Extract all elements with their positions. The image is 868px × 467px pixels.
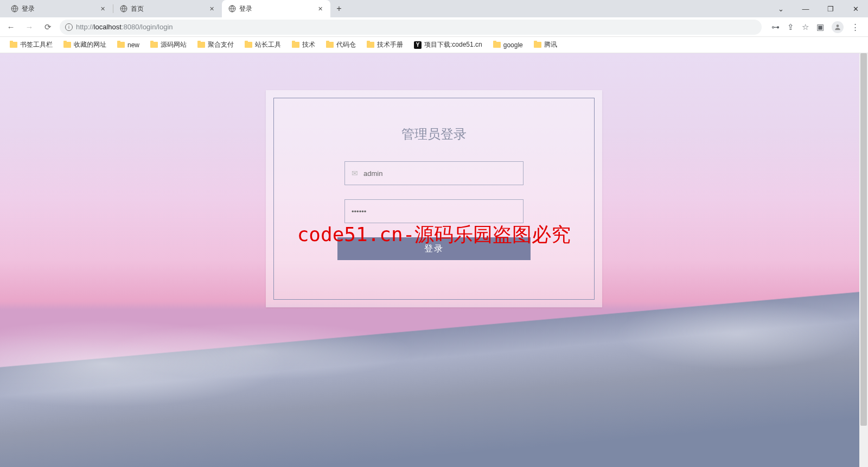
bookmark-item[interactable]: 技术: [288, 38, 320, 52]
bookmark-star-icon[interactable]: ☆: [802, 22, 809, 32]
reload-button[interactable]: ⟳: [41, 22, 54, 32]
browser-tab-2-active[interactable]: 登录 ✕: [222, 0, 330, 17]
close-icon[interactable]: ✕: [208, 5, 215, 12]
close-window-button[interactable]: ✕: [843, 0, 868, 17]
key-icon[interactable]: ⊶: [771, 22, 780, 32]
folder-icon: [326, 42, 334, 48]
bookmark-item[interactable]: google: [489, 39, 527, 51]
password-field-wrapper: [344, 199, 524, 223]
maximize-button[interactable]: ❐: [818, 0, 843, 17]
folder-icon: [292, 42, 299, 48]
folder-icon: [493, 42, 501, 48]
toolbar-icons: ⊶ ⇪ ☆ ▣ ⋮: [767, 21, 864, 33]
site-info-icon[interactable]: i: [65, 23, 73, 31]
close-icon[interactable]: ✕: [317, 5, 324, 12]
chevron-down-icon[interactable]: ⌄: [768, 0, 793, 17]
login-title: 管理员登录: [296, 125, 572, 143]
bookmark-item[interactable]: 收藏的网址: [59, 38, 111, 52]
bookmark-item[interactable]: 技术手册: [362, 38, 407, 52]
tab-title: 首页: [131, 4, 205, 14]
browser-tab-0[interactable]: 登录 ✕: [4, 0, 113, 17]
username-field-wrapper: ✉: [344, 161, 524, 185]
bookmark-item[interactable]: Y项目下载:code51.cn: [410, 38, 487, 52]
back-button[interactable]: ←: [4, 22, 17, 31]
share-icon[interactable]: ⇪: [787, 22, 794, 32]
bookmark-item[interactable]: 聚合支付: [193, 38, 238, 52]
bookmark-item[interactable]: 书签工具栏: [5, 38, 57, 52]
bookmark-item[interactable]: 代码仓: [322, 38, 360, 52]
page-viewport: 管理员登录 ✉ 登录 code51.cn-源码乐园盗图必究: [0, 53, 868, 467]
tab-title: 登录: [239, 4, 314, 14]
bookmark-item[interactable]: 站长工具: [240, 38, 285, 52]
folder-icon: [245, 42, 252, 48]
window-controls: ⌄ — ❐ ✕: [768, 0, 868, 17]
folder-icon: [367, 42, 374, 48]
folder-icon: [10, 42, 17, 48]
minimize-button[interactable]: —: [793, 0, 818, 17]
folder-icon: [534, 42, 541, 48]
address-bar: ← → ⟳ i http://localhost:8080/login/logi…: [0, 17, 868, 37]
bookmark-item[interactable]: 源码网站: [146, 38, 191, 52]
folder-icon: [150, 42, 158, 48]
login-inner: 管理员登录 ✉ 登录: [273, 98, 595, 300]
login-panel: 管理员登录 ✉ 登录: [266, 90, 602, 307]
site-y-icon: Y: [414, 41, 422, 49]
globe-icon: [120, 5, 127, 12]
forward-button[interactable]: →: [23, 22, 36, 31]
bookmarks-bar: 书签工具栏 收藏的网址 new 源码网站 聚合支付 站长工具 技术 代码仓 技术…: [0, 37, 868, 53]
bookmark-item[interactable]: 腾讯: [529, 38, 561, 52]
kebab-menu-icon[interactable]: ⋮: [851, 22, 859, 32]
folder-icon: [197, 42, 205, 48]
url-input[interactable]: i http://localhost:8080/login/login: [60, 20, 762, 35]
folder-icon: [117, 42, 125, 48]
profile-avatar[interactable]: [832, 21, 844, 33]
close-icon[interactable]: ✕: [99, 5, 106, 12]
url-text: http://localhost:8080/login/login: [76, 23, 173, 31]
browser-tab-strip: 登录 ✕ 首页 ✕ 登录 ✕ + ⌄ — ❐ ✕: [0, 0, 868, 17]
scrollbar-thumb[interactable]: [860, 53, 867, 426]
username-input[interactable]: [363, 169, 516, 178]
new-tab-button[interactable]: +: [330, 0, 348, 17]
globe-icon: [228, 5, 236, 12]
side-panel-icon[interactable]: ▣: [816, 22, 824, 32]
envelope-icon: ✉: [352, 169, 358, 178]
login-button[interactable]: 登录: [337, 237, 531, 260]
svg-point-3: [837, 24, 839, 27]
password-input[interactable]: [352, 207, 516, 216]
tab-title: 登录: [22, 4, 96, 14]
folder-icon: [63, 42, 71, 48]
vertical-scrollbar[interactable]: [859, 53, 868, 467]
bookmark-item[interactable]: new: [113, 39, 144, 51]
globe-icon: [11, 5, 18, 12]
browser-tab-1[interactable]: 首页 ✕: [113, 0, 222, 17]
